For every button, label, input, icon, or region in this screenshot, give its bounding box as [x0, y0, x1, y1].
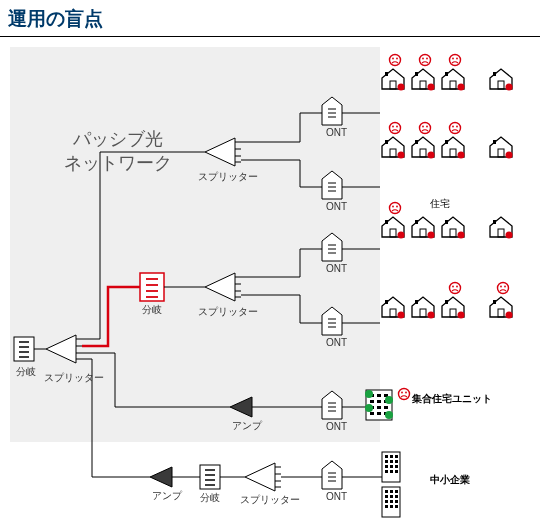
ont-a2-label: ONT	[326, 201, 347, 212]
diagram-svg	[0, 37, 540, 527]
root-bunki-label: 分岐	[16, 365, 36, 379]
root-splitter-label: スプリッター	[44, 371, 104, 385]
ont-c-icon	[322, 391, 342, 419]
bunki-d-icon	[200, 465, 220, 489]
amp-d-icon	[150, 467, 172, 487]
mid-bunki-highlight	[140, 273, 164, 301]
houses-row-0	[382, 55, 513, 91]
sme-buildings	[382, 452, 400, 517]
ont-b2-icon	[322, 307, 342, 335]
splitter-a-icon	[205, 138, 241, 166]
splitter-d-icon	[245, 463, 281, 491]
mdu-label: 集合住宅ユニット	[412, 392, 492, 406]
ont-d-icon	[322, 461, 342, 489]
houses-row-1	[382, 123, 513, 159]
sme-label: 中小企業	[430, 473, 470, 487]
amp-d-label: アンプ	[152, 489, 182, 503]
root-bunki-icon	[14, 337, 34, 361]
splitter-b-icon	[205, 273, 241, 301]
ont-b1-label: ONT	[326, 263, 347, 274]
splitter-a-label: スプリッター	[198, 170, 258, 184]
ont-c-label: ONT	[326, 421, 347, 432]
ont-b1-icon	[322, 233, 342, 261]
ont-a1-icon	[322, 97, 342, 125]
page-title: 運用の盲点	[8, 6, 103, 32]
ont-a1-label: ONT	[326, 127, 347, 138]
ont-d-label: ONT	[326, 491, 347, 502]
diagram-canvas: パッシブ光 ネットワーク	[0, 36, 540, 527]
house-header-label: 住宅	[428, 197, 452, 211]
amp-c-label: アンプ	[232, 419, 262, 433]
splitter-d-label: スプリッター	[240, 493, 300, 507]
ont-b2-label: ONT	[326, 337, 347, 348]
root-splitter-icon	[46, 335, 82, 363]
splitter-b-label: スプリッター	[198, 305, 258, 319]
houses-row-3	[382, 283, 513, 319]
amp-c-icon	[230, 397, 252, 417]
mid-bunki-label: 分岐	[142, 303, 162, 317]
ont-a2-icon	[322, 171, 342, 199]
mdu-icon	[365, 390, 393, 420]
bunki-d-label: 分岐	[200, 491, 220, 505]
